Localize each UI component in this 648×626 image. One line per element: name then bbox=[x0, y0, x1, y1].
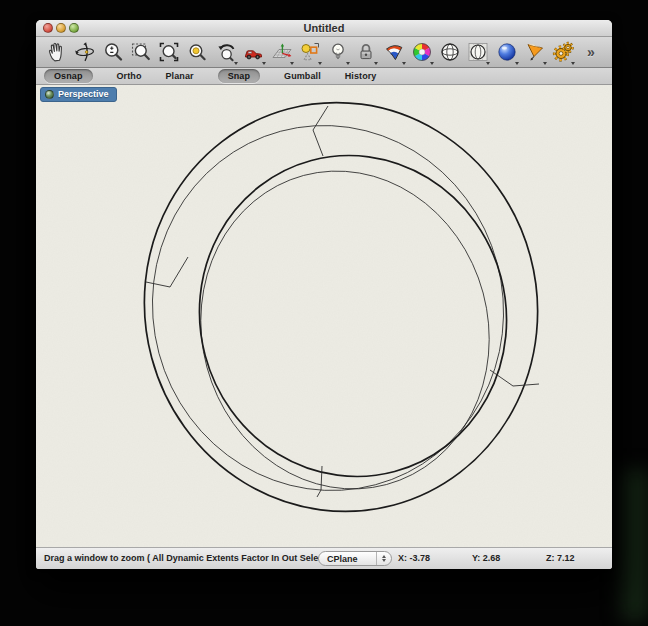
cplane-popup-value: CPlane bbox=[319, 553, 376, 565]
zoom-button-tool[interactable] bbox=[100, 39, 126, 66]
status-bar: Drag a window to zoom ( All Dynamic Exte… bbox=[36, 547, 612, 569]
zoom-window-button[interactable] bbox=[128, 39, 154, 66]
main-toolbar: » bbox=[36, 37, 612, 68]
zoom-extents-button[interactable] bbox=[156, 39, 182, 66]
ghosted-viewport-button[interactable] bbox=[465, 39, 491, 66]
toggle-ortho[interactable]: Ortho bbox=[117, 70, 142, 82]
color-wheel-icon bbox=[410, 40, 434, 64]
shell-display-icon bbox=[382, 40, 406, 64]
lock-icon bbox=[354, 40, 378, 64]
perspective-viewport[interactable]: Perspective bbox=[36, 85, 612, 547]
settings-button[interactable] bbox=[550, 39, 576, 66]
camera-walk-button[interactable] bbox=[241, 39, 267, 66]
coordinate-z: Z: 7.12 bbox=[546, 548, 575, 568]
rhino-window: Untitled bbox=[36, 20, 612, 569]
coordinate-x: X: -3.78 bbox=[398, 548, 430, 568]
wireframe-viewport-button[interactable] bbox=[437, 39, 463, 66]
osnap-shapes-button[interactable] bbox=[297, 39, 323, 66]
ring-wireframe bbox=[36, 85, 612, 547]
car-icon bbox=[242, 40, 266, 64]
circle-square-triangle-icon bbox=[298, 40, 322, 64]
toolbar-overflow-button[interactable]: » bbox=[578, 39, 604, 66]
viewport-sphere-icon bbox=[45, 90, 54, 99]
coordinate-y: Y: 2.68 bbox=[472, 548, 500, 568]
desktop-glimpse bbox=[622, 470, 648, 620]
toggle-snap[interactable]: Snap bbox=[218, 69, 260, 83]
titlebar[interactable]: Untitled bbox=[36, 20, 612, 37]
zoom-selected-button[interactable] bbox=[184, 39, 210, 66]
color-wheel-button[interactable] bbox=[409, 39, 435, 66]
lights-button[interactable] bbox=[325, 39, 351, 66]
lock-button[interactable] bbox=[353, 39, 379, 66]
toggle-history[interactable]: History bbox=[345, 70, 377, 82]
rotate-view-button[interactable] bbox=[72, 39, 98, 66]
zoom-selected-icon bbox=[185, 40, 209, 64]
zoom-window-icon bbox=[129, 40, 153, 64]
chevron-double-right-icon: » bbox=[583, 44, 599, 60]
toggle-gumball[interactable]: Gumball bbox=[284, 70, 321, 82]
gears-icon bbox=[551, 40, 575, 64]
window-title: Untitled bbox=[36, 20, 612, 36]
rendered-sphere-icon bbox=[495, 40, 519, 64]
cplane-grid-icon bbox=[270, 40, 294, 64]
viewport-title-tab[interactable]: Perspective bbox=[40, 87, 117, 102]
command-prompt[interactable]: Drag a window to zoom ( All Dynamic Exte… bbox=[44, 548, 337, 568]
ghosted-sphere-icon bbox=[466, 40, 490, 64]
viewport-title: Perspective bbox=[58, 89, 109, 99]
set-cplane-button[interactable] bbox=[269, 39, 295, 66]
undo-view-button[interactable] bbox=[213, 39, 239, 66]
toggle-osnap[interactable]: Osnap bbox=[44, 69, 93, 83]
zoom-in-out-icon bbox=[101, 40, 125, 64]
wireframe-sphere-icon bbox=[438, 40, 462, 64]
zoom-extents-icon bbox=[157, 40, 181, 64]
popup-arrows-icon bbox=[376, 552, 391, 565]
undo-view-icon bbox=[214, 40, 238, 64]
snap-bar: Osnap Ortho Planar Snap Gumball History bbox=[36, 68, 612, 85]
direction-cone-icon bbox=[523, 40, 547, 64]
rendered-viewport-button[interactable] bbox=[494, 39, 520, 66]
pan-button[interactable] bbox=[44, 39, 70, 66]
cplane-popup[interactable]: CPlane bbox=[318, 551, 392, 566]
pan-hand-icon bbox=[45, 40, 69, 64]
display-mode-button[interactable] bbox=[381, 39, 407, 66]
toggle-planar[interactable]: Planar bbox=[166, 70, 194, 82]
rotate-view-icon bbox=[73, 40, 97, 64]
light-bulb-icon bbox=[326, 40, 350, 64]
analyze-direction-button[interactable] bbox=[522, 39, 548, 66]
